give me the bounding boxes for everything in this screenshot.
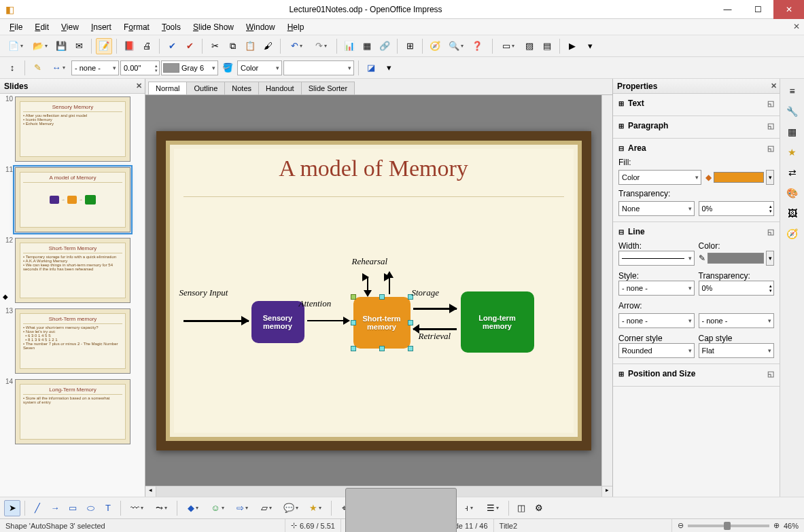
navigator-icon[interactable]: 🧭 [784, 226, 801, 242]
edit-file-button[interactable]: 📝 [96, 38, 112, 54]
zoom-in-icon[interactable]: ⊕ [773, 521, 780, 530]
ellipse-tool[interactable]: ⬭ [82, 500, 99, 516]
table-button[interactable]: ▦ [359, 38, 375, 54]
format-paintbrush-button[interactable]: 🖌 [260, 38, 276, 54]
menu-tools[interactable]: Tools [156, 21, 186, 33]
label-rehearsal[interactable]: Rehearsal [352, 256, 388, 267]
extrusion-tool[interactable]: ◫ [513, 500, 529, 516]
selection-handle[interactable] [408, 346, 413, 351]
section-line[interactable]: ⊟Line◱ [618, 225, 774, 238]
fill-type-combo[interactable]: Color [618, 170, 701, 185]
selection-handle[interactable] [351, 294, 356, 300]
slide-thumb-13[interactable]: 13 Short-Term memory• What your short-te… [4, 308, 141, 374]
arrow-storage[interactable] [413, 308, 457, 310]
menu-help[interactable]: Help [282, 21, 310, 33]
line-transparency-spin[interactable]: 0% [699, 281, 775, 296]
box-short-term-memory[interactable]: Short-term memory [353, 297, 410, 349]
section-text[interactable]: ⊞Text◱ [618, 96, 774, 110]
spellcheck-button[interactable]: ✔ [164, 38, 180, 54]
menu-view[interactable]: View [56, 21, 84, 33]
selection-handle[interactable] [379, 294, 385, 300]
slide-title[interactable]: A model of Memory [156, 156, 591, 181]
menu-format[interactable]: Format [118, 21, 155, 33]
menu-window[interactable]: Window [241, 21, 281, 33]
line-color-combo[interactable]: Gray 6 [161, 60, 218, 75]
basic-shapes-tool[interactable]: ◆ [181, 500, 205, 516]
slide-canvas[interactable]: A model of Memory Sensory Input Sensory … [156, 131, 591, 450]
block-arrows-tool[interactable]: ⇨ [230, 500, 254, 516]
label-attention[interactable]: Attention [299, 298, 332, 309]
more-button[interactable]: ▾ [582, 38, 598, 54]
tab-outline[interactable]: Outline [186, 82, 225, 94]
sidebar-menu-icon[interactable]: ≡ [784, 83, 801, 99]
menu-file[interactable]: File [4, 21, 28, 33]
align-tool[interactable]: ⫞ [457, 500, 480, 516]
box-sensory-memory[interactable]: Sensory memory [251, 301, 304, 343]
arrow-tool[interactable]: → [47, 500, 63, 516]
line-tool[interactable]: ╱ [29, 500, 46, 516]
fill-type-combo[interactable]: Color [237, 60, 282, 75]
rectangle-tool[interactable]: ▭ [65, 500, 81, 516]
zoom-button[interactable]: 🔍 [444, 38, 468, 54]
slide-transition-icon[interactable]: ⇄ [784, 164, 801, 181]
slide-thumb-12[interactable]: 12 Short-Term Memory• Temporary storage … [4, 238, 141, 303]
cap-style-combo[interactable]: Flat [699, 343, 775, 358]
vertical-scrollbar[interactable] [601, 95, 612, 486]
section-paragraph[interactable]: ⊞Paragraph◱ [618, 119, 774, 132]
label-sensory-input[interactable]: Sensory Input [179, 287, 228, 298]
copy-button[interactable]: ⧉ [224, 38, 241, 54]
transparency-value-spin[interactable]: 0% [699, 201, 775, 216]
tab-handout[interactable]: Handout [258, 82, 302, 94]
selection-handle[interactable] [351, 346, 356, 351]
close-button[interactable]: ✕ [773, 0, 804, 19]
grid-button[interactable]: ⊞ [402, 38, 418, 54]
fill-color-combo[interactable] [283, 60, 354, 75]
corner-style-combo[interactable]: Rounded [618, 343, 695, 358]
arrow-retrieval[interactable] [413, 328, 457, 330]
interaction-tool[interactable]: ⚙ [531, 500, 547, 516]
zoom-value[interactable]: 46% [784, 522, 799, 530]
master-pages-icon[interactable]: ▦ [784, 124, 801, 140]
section-position-size[interactable]: ⊞Position and Size◱ [618, 367, 774, 380]
styles-icon[interactable]: 🎨 [784, 185, 801, 201]
new-button[interactable]: 📄 [4, 38, 27, 54]
edit-points-button[interactable]: ↕ [4, 60, 20, 76]
menu-edit[interactable]: Edit [29, 21, 54, 33]
transparency-type-combo[interactable]: None [618, 201, 695, 216]
presentation-button[interactable]: ▶ [564, 38, 580, 54]
toolbar-overflow-button[interactable]: ▾ [381, 60, 397, 76]
arrow-attention[interactable] [307, 320, 349, 321]
line-style-combo[interactable]: - none - [71, 60, 119, 75]
text-tool[interactable]: T [100, 500, 116, 516]
slide-layout-button[interactable]: ▤ [539, 38, 555, 54]
zoom-slider[interactable] [688, 525, 769, 527]
line-style-combo[interactable]: - none - [618, 281, 695, 296]
horizontal-scrollbar[interactable]: ◂▸ [145, 486, 612, 497]
fill-bucket-button[interactable]: 🪣 [220, 60, 236, 76]
selection-handle[interactable] [351, 320, 356, 325]
stars-tool[interactable]: ★ [304, 500, 327, 516]
menu-insert[interactable]: Insert [86, 21, 117, 33]
line-width-combo[interactable] [618, 251, 695, 266]
section-area[interactable]: ⊟Area◱ [618, 141, 774, 155]
shadow-button[interactable]: ◪ [363, 60, 379, 76]
line-width-spin[interactable]: 0.00" [120, 60, 160, 75]
slide-thumb-14[interactable]: 14 Long-Term Memory• Store all the infor… [4, 379, 141, 444]
slides-panel-close-icon[interactable]: ✕ [136, 82, 142, 90]
properties-close-icon[interactable]: ✕ [771, 82, 777, 90]
arrow-start-combo[interactable]: - none - [618, 313, 695, 328]
flowcharts-tool[interactable]: ▱ [255, 500, 278, 516]
arrow-end-combo[interactable]: - none - [699, 313, 775, 328]
label-storage[interactable]: Storage [412, 287, 439, 298]
arrow-style-button[interactable]: ↔ [47, 60, 70, 76]
tab-normal[interactable]: Normal [148, 82, 187, 94]
symbol-shapes-tool[interactable]: ☺ [206, 500, 229, 516]
line-color-button[interactable]: ✎ [29, 60, 46, 76]
print-button[interactable]: 🖨 [139, 38, 155, 54]
autospellcheck-button[interactable]: ✔ [181, 38, 198, 54]
custom-animation-icon[interactable]: ★ [784, 144, 801, 160]
properties-icon[interactable]: 🔧 [784, 103, 801, 120]
line-color-swatch[interactable]: ✎▾ [699, 251, 775, 266]
connector-tool[interactable]: ⤳ [150, 500, 173, 516]
paste-button[interactable]: 📋 [242, 38, 258, 54]
